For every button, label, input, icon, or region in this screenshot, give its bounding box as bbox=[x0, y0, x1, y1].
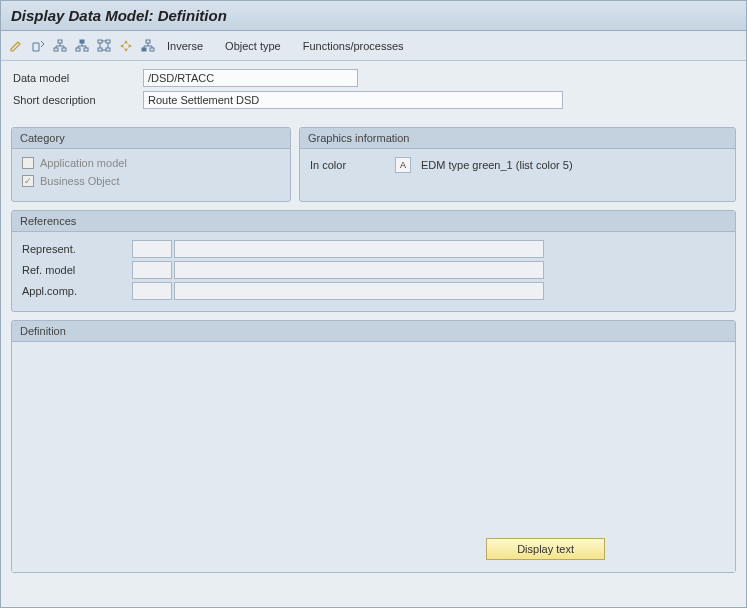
hierarchy-grid-icon[interactable] bbox=[95, 37, 113, 55]
object-type-menu[interactable]: Object type bbox=[225, 40, 281, 52]
edit-pencil-icon[interactable] bbox=[7, 37, 25, 55]
category-fieldset: Category Application model ✓ Business Ob… bbox=[11, 127, 291, 202]
application-model-row: Application model bbox=[22, 157, 280, 169]
data-model-input[interactable] bbox=[143, 69, 358, 87]
svg-rect-4 bbox=[76, 48, 80, 51]
hierarchy-icon-2[interactable] bbox=[73, 37, 91, 55]
header-fields: Data model Short description bbox=[1, 61, 746, 121]
business-object-row: ✓ Business Object bbox=[22, 175, 280, 187]
window-title: Display Data Model: Definition bbox=[11, 7, 227, 24]
navigate-icon[interactable] bbox=[117, 37, 135, 55]
short-description-input[interactable] bbox=[143, 91, 563, 109]
data-model-label: Data model bbox=[13, 72, 143, 84]
svg-rect-3 bbox=[80, 40, 84, 43]
application-model-label: Application model bbox=[40, 157, 127, 169]
display-change-icon[interactable] bbox=[29, 37, 47, 55]
represent-code-input[interactable] bbox=[132, 240, 172, 258]
graphics-fieldset: Graphics information In color A EDM type… bbox=[299, 127, 736, 202]
svg-rect-1 bbox=[54, 48, 58, 51]
in-color-label: In color bbox=[310, 159, 385, 171]
references-fieldset: References Represent. Ref. model Appl.co… bbox=[11, 210, 736, 312]
graphics-title: Graphics information bbox=[300, 128, 735, 149]
functions-processes-menu[interactable]: Functions/processes bbox=[303, 40, 404, 52]
title-bar: Display Data Model: Definition bbox=[1, 1, 746, 31]
svg-rect-10 bbox=[146, 40, 150, 43]
appl-comp-desc-input[interactable] bbox=[174, 282, 544, 300]
svg-rect-6 bbox=[98, 40, 102, 43]
svg-rect-11 bbox=[142, 48, 146, 51]
definition-fieldset: Definition Display text bbox=[11, 320, 736, 573]
short-description-label: Short description bbox=[13, 94, 143, 106]
svg-rect-8 bbox=[98, 48, 102, 51]
display-text-button[interactable]: Display text bbox=[486, 538, 605, 560]
appl-comp-label: Appl.comp. bbox=[22, 285, 132, 297]
application-model-checkbox bbox=[22, 157, 34, 169]
represent-label: Represent. bbox=[22, 243, 132, 255]
definition-title: Definition bbox=[12, 321, 735, 342]
svg-rect-7 bbox=[106, 40, 110, 43]
svg-rect-12 bbox=[150, 48, 154, 51]
svg-rect-2 bbox=[62, 48, 66, 51]
toolbar: Inverse Object type Functions/processes bbox=[1, 31, 746, 61]
svg-rect-0 bbox=[58, 40, 62, 43]
hierarchy-icon-3[interactable] bbox=[139, 37, 157, 55]
category-title: Category bbox=[12, 128, 290, 149]
svg-rect-9 bbox=[106, 48, 110, 51]
color-box[interactable]: A bbox=[395, 157, 411, 173]
business-object-checkbox: ✓ bbox=[22, 175, 34, 187]
business-object-label: Business Object bbox=[40, 175, 119, 187]
ref-model-code-input[interactable] bbox=[132, 261, 172, 279]
ref-model-label: Ref. model bbox=[22, 264, 132, 276]
appl-comp-code-input[interactable] bbox=[132, 282, 172, 300]
main-window: Display Data Model: Definition Inverse O… bbox=[0, 0, 747, 608]
hierarchy-icon-1[interactable] bbox=[51, 37, 69, 55]
ref-model-desc-input[interactable] bbox=[174, 261, 544, 279]
inverse-menu[interactable]: Inverse bbox=[167, 40, 203, 52]
represent-desc-input[interactable] bbox=[174, 240, 544, 258]
references-title: References bbox=[12, 211, 735, 232]
svg-rect-5 bbox=[84, 48, 88, 51]
edm-type-text: EDM type green_1 (list color 5) bbox=[421, 159, 573, 171]
